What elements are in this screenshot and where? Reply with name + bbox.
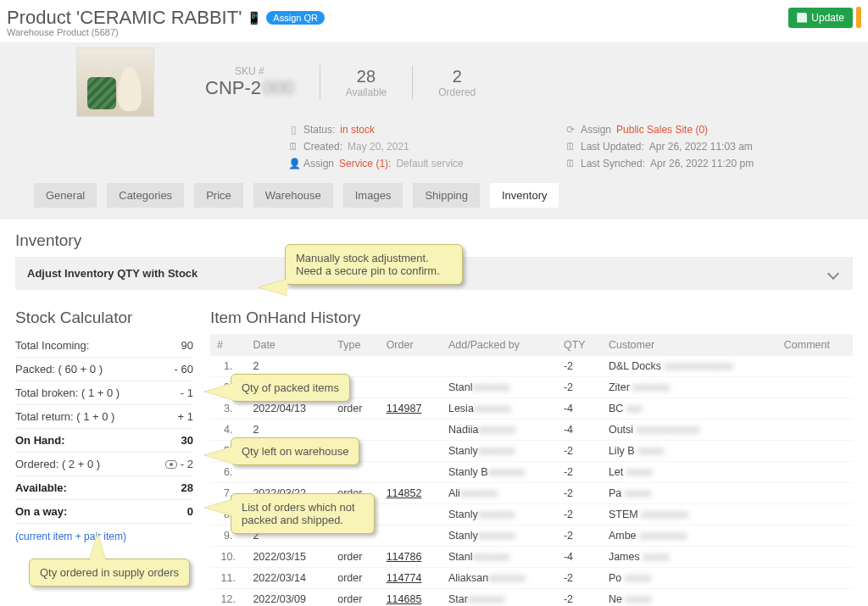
- order-link[interactable]: 114786: [387, 551, 422, 563]
- col-qty[interactable]: QTY: [557, 334, 602, 356]
- tab-shipping[interactable]: Shipping: [413, 183, 480, 208]
- tab-inventory[interactable]: Inventory: [490, 183, 559, 208]
- sku-value: CNP-2: [205, 77, 261, 99]
- phone-icon: 📱: [247, 11, 261, 25]
- table-row[interactable]: 12.2022/03/09order114685Starxxxxxxx-2Ne …: [210, 589, 853, 607]
- status-label: Status:: [303, 124, 335, 136]
- assign-site-label: Assign: [581, 124, 611, 136]
- order-link[interactable]: 114852: [387, 487, 422, 499]
- tooltip-ordered: List of orders which not packed and ship…: [231, 493, 375, 534]
- eye-icon[interactable]: [165, 460, 177, 469]
- ordered-count: 2: [438, 67, 476, 86]
- tab-bar: GeneralCategoriesPriceWarehouseImagesShi…: [8, 178, 559, 216]
- service-link[interactable]: Service (1):: [339, 158, 391, 170]
- calc-row: Total return: ( 1 + 0 )+ 1: [15, 405, 193, 429]
- order-link[interactable]: 114774: [387, 572, 422, 584]
- person-icon: 👤: [288, 158, 298, 170]
- col-order[interactable]: Order: [380, 334, 442, 356]
- tooltip-supply: Qty ordered in supply orders: [29, 559, 190, 587]
- assign-site-link[interactable]: Public Sales Site (0): [616, 124, 708, 136]
- calc-row: Available:28: [15, 476, 193, 500]
- col-[interactable]: #: [210, 334, 246, 356]
- tab-price[interactable]: Price: [194, 183, 243, 208]
- col-date[interactable]: Date: [246, 334, 331, 356]
- calc-row: Total broken: ( 1 + 0 )- 1: [15, 381, 193, 405]
- order-link[interactable]: 114987: [387, 403, 422, 414]
- sku-blurred: 000: [263, 77, 294, 99]
- section-history: Item OnHand History: [210, 309, 853, 334]
- col-type[interactable]: Type: [331, 334, 379, 356]
- tooltip-adjust: Manually stock adjustment. Need a secure…: [285, 244, 463, 285]
- calendar-icon: 🗓: [565, 158, 576, 170]
- updated-value: Apr 26, 2022 11:03 am: [649, 141, 753, 153]
- table-row[interactable]: 11.2022/03/14order114774Aliaksanxxxxxxx-…: [210, 568, 853, 589]
- calendar-icon: 🗓: [565, 141, 576, 153]
- col-addpackedby[interactable]: Add/Packed by: [442, 334, 557, 356]
- save-icon: [797, 13, 807, 23]
- tab-warehouse[interactable]: Warehouse: [253, 183, 333, 208]
- tooltip-packed: Qty of packed items: [231, 374, 350, 402]
- sku-label: SKU #: [205, 65, 294, 77]
- calendar-icon: 🗓: [288, 141, 298, 153]
- chevron-down-icon: [827, 267, 839, 279]
- calc-row: Packed: ( 60 + 0 )- 60: [15, 358, 193, 381]
- update-button[interactable]: Update: [788, 8, 853, 28]
- service-value: Default service: [396, 158, 463, 170]
- tab-images[interactable]: Images: [343, 183, 403, 208]
- status-value: in stock: [340, 124, 375, 136]
- page-title: Product 'CERAMIC RABBIT': [7, 7, 242, 29]
- col-customer[interactable]: Customer: [602, 334, 777, 356]
- tooltip-onhand: Qty left on warehouse: [231, 437, 359, 465]
- available-count: 28: [346, 67, 387, 86]
- col-comment[interactable]: Comment: [777, 334, 853, 356]
- calc-row: Ordered: ( 2 + 0 )- 2: [15, 453, 193, 476]
- update-label: Update: [811, 12, 844, 24]
- breadcrumb: Warehouse Product (5687): [0, 27, 868, 42]
- calc-row: On a way:0: [15, 500, 193, 524]
- available-label: Available: [346, 86, 387, 98]
- box-icon: ▯: [288, 124, 298, 136]
- refresh-icon: ⟳: [565, 124, 576, 136]
- updated-label: Last Updated:: [581, 141, 644, 153]
- synched-label: Last Synched:: [581, 158, 645, 170]
- tab-categories[interactable]: Categories: [107, 183, 184, 208]
- section-stock-calc: Stock Calculator: [15, 309, 193, 334]
- calc-row: Total Incoming:90: [15, 334, 193, 358]
- created-value: May 20, 2021: [348, 141, 409, 153]
- product-image: [76, 47, 154, 117]
- assign-service-label: Assign: [303, 158, 334, 170]
- synched-value: Apr 26, 2022 11:20 pm: [650, 158, 754, 170]
- adjust-label: Adjust Inventory QTY with Stock: [27, 267, 198, 280]
- created-label: Created:: [303, 141, 342, 153]
- tab-general[interactable]: General: [34, 183, 97, 208]
- table-row[interactable]: 10.2022/03/15order114786Stanlxxxxxxx-4Ja…: [210, 547, 853, 568]
- calc-row: On Hand:30: [15, 429, 193, 453]
- assign-qr-button[interactable]: Assign QR: [266, 11, 325, 25]
- order-link[interactable]: 114685: [387, 593, 422, 605]
- side-action[interactable]: [856, 7, 861, 28]
- ordered-label: Ordered: [438, 86, 476, 98]
